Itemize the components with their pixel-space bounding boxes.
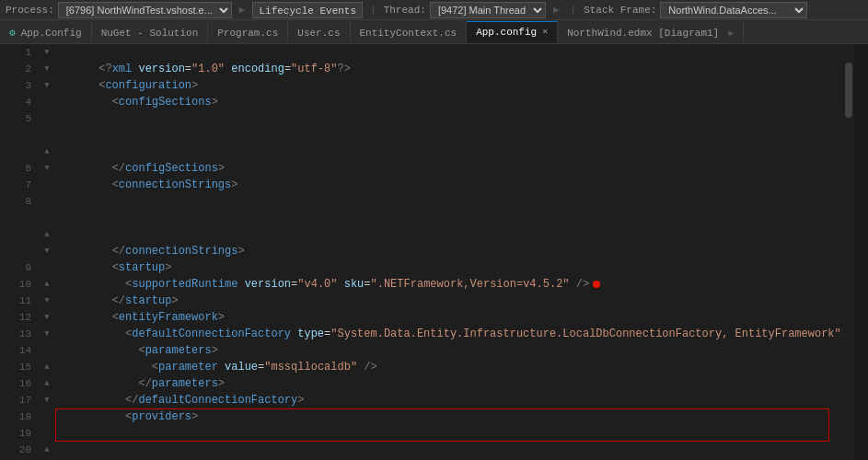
gutter: ▼ ▼ ▼ ▲ ▼ ▲ ▼ ▲ ▼ ▼ ▼ ▲ ▲ ▼ ▲ ▲ ▲	[39, 44, 55, 460]
tab-nuget[interactable]: NuGet - Solution	[92, 21, 209, 43]
code-line-14: <defaultConnectionFactory type="System.D…	[55, 309, 842, 326]
top-bar: Process: [6796] NorthWindTest.vshost.e..…	[0, 0, 868, 20]
code-line-5a: <section name="entityFramework" type="Sy…	[55, 110, 842, 127]
expand-icon: ▶	[728, 28, 734, 39]
code-line-12: </startup>	[55, 276, 842, 293]
code-line-11: <supportedRuntime version="v4.0" sku=".N…	[55, 259, 842, 276]
code-line-3: <configSections>	[55, 77, 842, 94]
code-line-4: <!--For more information on Entity Frame…	[55, 94, 842, 110]
code-line-20b: EntityFramework.SqlServer" />	[55, 425, 842, 442]
stack-dropdown[interactable]: NorthWind.DataAcces...	[660, 2, 807, 18]
thread-dropdown[interactable]: [9472] Main Thread	[430, 2, 546, 18]
code-line-8a: <add name="NorthWindEntities" connection…	[55, 177, 842, 193]
tab-label: User.cs	[297, 28, 340, 39]
tab-user-cs[interactable]: User.cs	[288, 21, 350, 43]
tab-label: App.config	[476, 27, 537, 38]
scrollbar-thumb[interactable]	[845, 63, 852, 118]
process-dropdown[interactable]: [6796] NorthWindTest.vshost.e...	[58, 2, 232, 18]
tab-label: EntityContext.cs	[360, 28, 457, 39]
stack-label: Stack Frame:	[584, 5, 656, 16]
tab-bar: ⚙ App.Config NuGet - Solution Program.cs…	[0, 20, 868, 44]
code-line-16: <parameter value="mssqllocaldb" />	[55, 342, 842, 359]
code-line-6: </configSections>	[55, 144, 842, 160]
code-line-2: <configuration>	[55, 61, 842, 77]
tab-app-config-settings[interactable]: ⚙ App.Config	[0, 21, 92, 43]
code-line-20a: <provider invariantName="System.Data.Sql…	[55, 408, 842, 425]
line-numbers: 1 2 3 4 5 6 7 8 9 10 11 12 13 14 15 16 1…	[0, 44, 39, 460]
thread-label: Thread:	[384, 5, 426, 16]
tab-program-cs[interactable]: Program.cs	[208, 21, 288, 43]
code-line-10: <startup>	[55, 243, 842, 259]
process-label: Process:	[6, 5, 54, 16]
tab-label: App.Config	[21, 28, 82, 39]
code-line-21: </providers>	[55, 442, 842, 458]
code-line-17: </parameters>	[55, 359, 842, 375]
code-line-15: <parameters>	[55, 326, 842, 342]
code-content[interactable]: <?xml version="1.0" encoding="utf-8"?> <…	[55, 44, 842, 460]
lifecycle-events-button[interactable]: Lifecycle Events	[252, 2, 363, 18]
code-line-5b: Version=6.0.0.0, Culture=neutral, Public…	[55, 127, 842, 144]
code-line-13: <entityFramework>	[55, 293, 842, 309]
code-line-1: <?xml version="1.0" encoding="utf-8"?>	[55, 44, 842, 61]
tab-northwind-edmx[interactable]: NorthWind.edmx [Diagram1] ▶	[558, 21, 744, 43]
tab-close-button[interactable]: ✕	[542, 28, 548, 37]
code-line-7: <connectionStrings>	[55, 160, 842, 177]
tab-entity-context-cs[interactable]: EntityContext.cs	[351, 21, 468, 43]
code-line-8b: NorthWind.msl;provider=System.Data.SqlCl…	[55, 193, 842, 210]
vertical-scrollbar[interactable]	[842, 44, 855, 460]
gear-icon: ⚙	[9, 27, 16, 39]
tab-app-config[interactable]: App.config ✕	[467, 21, 558, 43]
code-line-18: </defaultConnectionFactory>	[55, 375, 842, 392]
tab-label: NorthWind.edmx [Diagram1]	[567, 28, 719, 39]
editor-area: 1 2 3 4 5 6 7 8 9 10 11 12 13 14 15 16 1…	[0, 44, 868, 460]
code-line-9: </connectionStrings>	[55, 226, 842, 243]
code-line-19: <providers>	[55, 392, 842, 408]
tab-label: NuGet - Solution	[101, 28, 199, 39]
provider-block: <provider invariantName="System.Data.Sql…	[55, 408, 842, 442]
tab-label: Program.cs	[217, 28, 278, 39]
code-line-8c: id=sa;password=●●●●●●●●;App=EntityFramew…	[55, 210, 842, 226]
minimap	[855, 44, 868, 460]
